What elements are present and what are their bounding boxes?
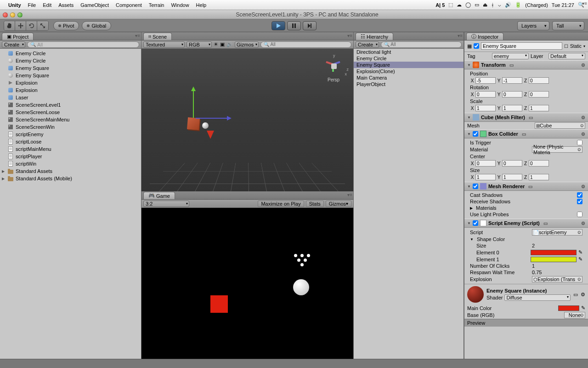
project-item-enemy-circle[interactable]: Enemy Circle (0, 57, 141, 64)
maximize-toggle[interactable]: Maximize on Play (258, 201, 304, 207)
hierarchy-search-input[interactable]: 🔍 All (381, 41, 462, 48)
pivot-toggle[interactable]: Pivot (53, 21, 79, 30)
hand-tool[interactable] (4, 21, 15, 30)
menu-terrain[interactable]: Terrain (149, 2, 164, 8)
zoom-button[interactable] (17, 12, 23, 17)
clock[interactable]: Tue 21:27 (552, 2, 574, 8)
menu-edit[interactable]: Edit (43, 2, 51, 8)
physic-material-field[interactable]: None (Physic Materia (532, 146, 582, 153)
close-button[interactable] (3, 12, 8, 17)
element1-color[interactable] (531, 257, 577, 262)
volume-icon[interactable]: 🔊 (505, 2, 511, 8)
game-viewport[interactable] (141, 208, 353, 359)
scene-enemy-circle[interactable] (202, 122, 209, 129)
receive-shadows-checkbox[interactable] (577, 199, 582, 204)
hierarchy-item-explosion-clone-[interactable]: Explosion(Clone) (354, 68, 464, 75)
size-y[interactable] (502, 174, 522, 180)
display-icon[interactable]: ▭ (475, 2, 479, 8)
shader-dropdown[interactable]: Diffuse (504, 294, 571, 301)
step-button[interactable] (303, 21, 317, 30)
project-item-scenescreenmainmenu[interactable]: SceneScreenMainMenu (0, 116, 141, 123)
hierarchy-item-main-camera[interactable]: Main Camera (354, 75, 464, 81)
center-x[interactable] (475, 160, 496, 167)
center-z[interactable] (529, 160, 549, 167)
sync-icon[interactable]: ◯ (465, 2, 471, 8)
scale-z[interactable] (529, 105, 549, 111)
project-item-scriptloose[interactable]: scriptLoose (0, 138, 141, 145)
hierarchy-item-enemy-circle[interactable]: Enemy Circle (354, 55, 464, 62)
light-probes-checkbox[interactable] (577, 212, 582, 217)
panel-options-icon[interactable]: ▾≡ (347, 192, 352, 197)
transform-header[interactable]: ▼ Transform ▭⚙ (464, 60, 588, 69)
gear-icon[interactable]: ⚙ (581, 115, 585, 120)
center-y[interactable] (502, 160, 522, 167)
minimize-button[interactable] (10, 12, 15, 17)
main-color-swatch[interactable] (558, 305, 579, 311)
project-item-enemy-square[interactable]: Enemy Square (0, 72, 141, 79)
scene-tab[interactable]: ⌗Scene (143, 33, 172, 40)
play-button[interactable] (271, 21, 285, 30)
project-item-scenescreenlevel1[interactable]: SceneScreenLevel1 (0, 101, 141, 109)
project-item-scenescreenwin[interactable]: SceneScreenWin (0, 123, 141, 131)
project-item-scriptenemy[interactable]: scriptEnemy (0, 131, 141, 138)
scene-render-dropdown[interactable]: Textured (143, 41, 185, 48)
preview-header[interactable]: Preview (464, 319, 588, 327)
move-gizmo-x[interactable] (196, 118, 228, 119)
dropbox-icon[interactable]: ⬚ (448, 2, 453, 8)
panel-options-icon[interactable]: ▾≡ (347, 33, 352, 38)
gear-icon[interactable]: ⚙ (581, 63, 585, 68)
game-gizmos-dropdown[interactable]: Gizmos ▾ (326, 201, 351, 207)
menu-window[interactable]: Window (171, 2, 189, 8)
stats-toggle[interactable]: Stats (306, 201, 324, 207)
pos-y[interactable] (502, 77, 522, 84)
base-texture-field[interactable]: None (564, 312, 585, 318)
scene-shading-dropdown[interactable]: RGB (187, 41, 212, 48)
rot-y[interactable] (502, 91, 522, 98)
move-gizmo-y[interactable] (193, 90, 194, 118)
mesh-renderer-header[interactable]: ▼ Mesh Renderer ▭⚙ (464, 182, 588, 191)
eyedropper-icon[interactable]: ✎ (581, 305, 585, 311)
explosion-field[interactable]: ⬡ Explosion (Trans (532, 276, 582, 282)
mesh-field[interactable]: ⊞ Cube (535, 122, 585, 129)
menu-app[interactable]: Unity (8, 2, 21, 8)
project-item-explosion[interactable]: Explosion (0, 79, 141, 86)
help-icon[interactable]: ▭ (509, 63, 514, 68)
game-tab[interactable]: 🎮Game (143, 192, 175, 199)
help-icon[interactable]: ▭ (529, 115, 533, 120)
menu-assets[interactable]: Assets (58, 2, 74, 8)
layer-dropdown[interactable]: Default (548, 53, 585, 59)
hierarchy-item-directional-light[interactable]: Directional light (354, 49, 464, 55)
rot-z[interactable] (529, 91, 549, 98)
cloud-icon[interactable]: ☁ (457, 2, 462, 8)
hierarchy-create-dropdown[interactable]: Create (356, 41, 379, 48)
project-item-scriptwin[interactable]: scriptWin (0, 160, 141, 167)
script-enable[interactable] (473, 220, 478, 226)
eyedropper-icon[interactable]: ✎ (578, 256, 582, 262)
menu-help[interactable]: Help (196, 2, 207, 8)
scene-audio-icon[interactable]: 🔊 (226, 41, 233, 47)
help-icon[interactable]: ▭ (528, 184, 532, 189)
project-create-dropdown[interactable]: Create (2, 41, 25, 48)
scale-x[interactable] (475, 105, 496, 111)
menu-component[interactable]: Component (116, 2, 142, 8)
project-item-standard-assets[interactable]: ▶Standard Assets (0, 167, 141, 175)
adobe-icon[interactable]: A| 5 (435, 2, 445, 8)
game-aspect-dropdown[interactable]: 3:2 (143, 201, 189, 207)
wifi-icon[interactable]: ⌵ (498, 2, 501, 8)
help-icon[interactable]: ▭ (543, 221, 548, 226)
script-enemy-header[interactable]: ▼ Script Enemy (Script) ▭⚙ (464, 218, 588, 228)
boxcollider-enable[interactable] (473, 131, 478, 137)
project-search-input[interactable]: 🔍 All (27, 41, 139, 48)
active-checkbox[interactable] (474, 43, 479, 49)
hierarchy-tab[interactable]: ☷Hierarchy (356, 33, 393, 40)
project-item-scriptmainmenu[interactable]: scriptMainMenu (0, 145, 141, 153)
scene-viewport[interactable]: y z x Persp (141, 49, 353, 191)
project-item-standard-assets-mobile-[interactable]: ▶Standard Assets (Mobile) (0, 175, 141, 182)
script-field[interactable]: 📄 scriptEnemy (532, 229, 582, 236)
move-tool[interactable] (15, 21, 26, 30)
gear-icon[interactable]: ⚙ (581, 292, 585, 298)
project-item-enemy-circle[interactable]: Enemy Circle (0, 50, 141, 57)
gear-icon[interactable]: ⚙ (581, 184, 585, 189)
pause-button[interactable] (287, 21, 301, 30)
panel-options-icon[interactable]: ▾≡ (582, 1, 587, 6)
